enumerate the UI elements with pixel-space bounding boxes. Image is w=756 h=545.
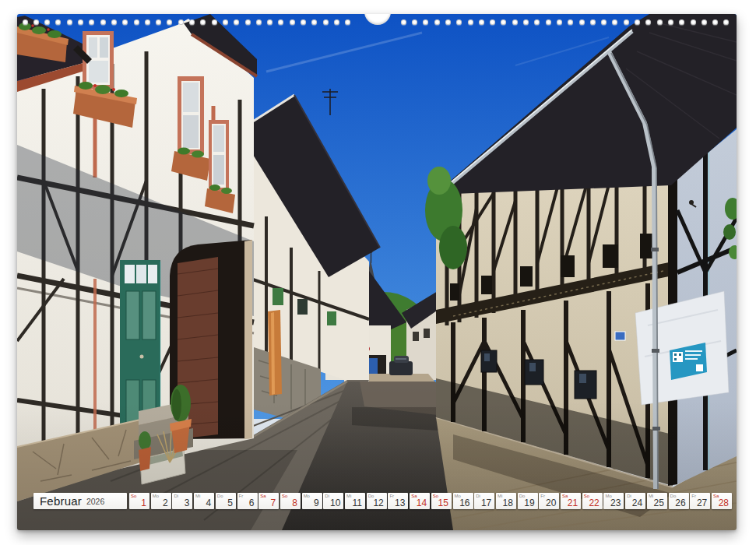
weekday-abbr: Mo: [304, 494, 310, 498]
binding-hole: [78, 19, 83, 25]
binding-hole: [423, 19, 428, 25]
binding-hole: [657, 19, 663, 25]
vignette: [17, 14, 737, 530]
binding-hole: [301, 19, 306, 25]
binding-hole: [468, 19, 473, 25]
calendar-page: Februar 2026 So 1 Mo 2 Di 3 Mi 4 Do 5 Fr…: [17, 14, 737, 530]
day-cell: So 15: [431, 493, 452, 509]
day-cell: Fr 6: [237, 493, 258, 509]
binding-hole: [267, 19, 273, 25]
binding-hole: [311, 19, 317, 25]
weekday-abbr: Mi: [649, 494, 653, 498]
binding-hole: [679, 19, 684, 25]
binding-hole: [723, 19, 729, 25]
weekday-abbr: Mi: [195, 494, 200, 498]
binding-hole: [256, 19, 262, 25]
binding-hole: [645, 19, 651, 25]
binding-hole: [323, 19, 329, 25]
day-cell: Mo 2: [151, 493, 171, 509]
binding-hole: [412, 19, 417, 25]
day-cell: Sa 14: [410, 493, 430, 509]
binding-hole: [234, 19, 239, 25]
month-name: Februar: [40, 495, 82, 507]
binding-hole: [111, 19, 117, 25]
day-cell: Sa 21: [561, 493, 581, 509]
weekday-abbr: Mi: [346, 494, 351, 498]
day-number: 13: [395, 498, 405, 508]
day-number: 23: [610, 498, 621, 508]
weekday-abbr: Di: [627, 494, 631, 498]
day-cell: Do 12: [367, 493, 387, 509]
binding-hole: [178, 19, 184, 25]
binding-hole: [134, 19, 139, 25]
weekday-abbr: So: [282, 494, 287, 498]
binding-hole: [401, 19, 406, 25]
day-cell: Di 10: [323, 493, 343, 509]
binding-hole: [712, 19, 718, 25]
day-number: 27: [697, 498, 707, 508]
weekday-abbr: Di: [174, 494, 178, 498]
day-cell: Fr 27: [690, 493, 710, 509]
day-number: 12: [373, 498, 383, 508]
day-cell: Fr 20: [539, 493, 559, 509]
binding-hole: [590, 19, 596, 25]
binding-hole: [624, 19, 629, 25]
day-cell: Fr 13: [388, 493, 408, 509]
binding-hole: [534, 19, 540, 25]
calendar-mockup-stage: Februar 2026 So 1 Mo 2 Di 3 Mi 4 Do 5 Fr…: [0, 0, 756, 545]
binding-hole: [601, 19, 607, 25]
weekday-abbr: Fr: [691, 494, 696, 498]
day-number: 24: [632, 498, 642, 508]
weekday-abbr: So: [131, 494, 136, 498]
day-number: 10: [330, 498, 340, 508]
binding-hole: [189, 19, 195, 25]
day-number: 16: [459, 498, 469, 508]
binding-hole: [523, 19, 529, 25]
binding-hole: [23, 19, 28, 25]
binding-hole: [557, 19, 562, 25]
day-number: 14: [417, 498, 427, 508]
binding-hole: [579, 19, 585, 25]
day-cell: Mo 9: [302, 493, 322, 509]
weekday-abbr: Di: [325, 494, 329, 498]
day-cell: Di 24: [625, 493, 645, 509]
day-cell: So 8: [280, 493, 301, 509]
binding-hole: [490, 19, 495, 25]
binding-hole: [55, 19, 61, 25]
weekday-abbr: Sa: [260, 494, 265, 498]
day-number: 22: [589, 498, 599, 508]
day-cell: Sa 28: [712, 493, 732, 509]
weekday-abbr: Do: [217, 494, 223, 498]
day-cell: Mo 23: [603, 493, 624, 509]
binding-hole: [67, 19, 72, 25]
day-number: 15: [438, 498, 448, 508]
binding-hole: [479, 19, 484, 25]
day-cell: Mi 11: [345, 493, 365, 509]
day-cell: Mo 16: [453, 493, 473, 509]
binding-hole: [290, 19, 295, 25]
weekday-abbr: Di: [476, 494, 480, 498]
binding-hole: [546, 19, 551, 25]
weekday-abbr: Mo: [153, 494, 159, 498]
binding-hole: [635, 19, 640, 25]
day-cell: So 1: [129, 493, 149, 509]
day-number: 25: [654, 498, 664, 508]
binding-hole: [245, 19, 251, 25]
weekday-abbr: Mi: [498, 494, 502, 498]
calendar-strip: Februar 2026 So 1 Mo 2 Di 3 Mi 4 Do 5 Fr…: [33, 493, 732, 509]
day-number: 17: [481, 498, 491, 508]
weekday-abbr: Fr: [389, 494, 394, 498]
day-number: 6: [249, 498, 255, 508]
binding-hole: [212, 19, 217, 25]
binding-hole: [456, 19, 462, 25]
day-cell: So 22: [582, 493, 603, 509]
year-label: 2026: [86, 496, 104, 506]
day-cell: Di 17: [474, 493, 494, 509]
day-number: 1: [141, 498, 146, 508]
binding-hole: [156, 19, 161, 25]
weekday-abbr: Fr: [239, 494, 244, 498]
day-cell: Di 3: [172, 493, 192, 509]
day-number: 3: [185, 498, 190, 508]
weekday-abbr: Fr: [540, 494, 545, 498]
binding-hole: [44, 19, 50, 25]
